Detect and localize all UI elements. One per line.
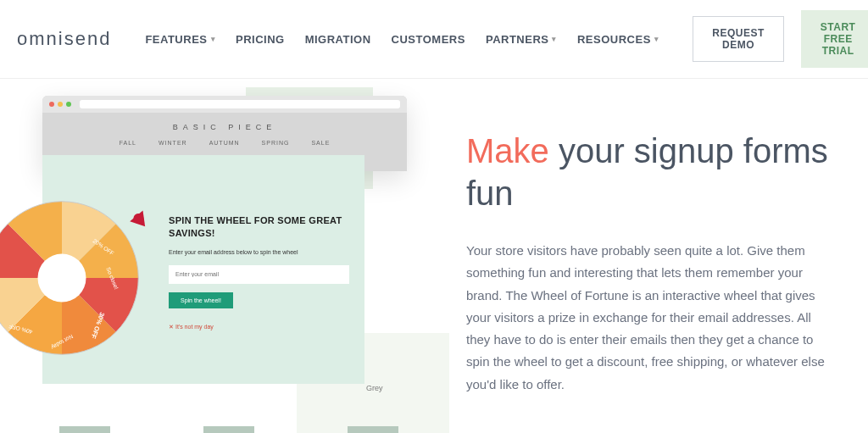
chevron-down-icon: ▾ [552, 35, 557, 43]
headline: Make your signup forms fun [466, 130, 831, 214]
hero-paragraph: Your store visitors have probably seen q… [466, 240, 831, 396]
fortune-wheel-icon: 20% OFF So close! 30% OFF Not today 40% … [0, 197, 142, 358]
top-navbar: omnisend FEATURES▾ PRICING MIGRATION CUS… [0, 0, 868, 79]
wheel-popup: 20% OFF So close! 30% OFF Not today 40% … [42, 155, 364, 384]
hero-copy: Make your signup forms fun Your store vi… [466, 87, 831, 433]
illustration: BASIC PIECE FALL WINTER AUTUMN SPRING SA… [34, 87, 424, 433]
popup-subtitle: Enter your email address below to spin t… [169, 249, 349, 255]
mock-cat: FALL [120, 140, 136, 146]
wheel-container: 20% OFF So close! 30% OFF Not today 40% … [42, 155, 165, 384]
popup-skip-link[interactable]: ✕ It's not my day [169, 324, 349, 330]
mock-brand: BASIC PIECE [42, 123, 407, 131]
chevron-down-icon: ▾ [654, 35, 659, 43]
window-close-icon [49, 102, 54, 107]
headline-accent: Make [466, 132, 549, 169]
window-min-icon [58, 102, 63, 107]
popup-email-input[interactable] [169, 265, 349, 284]
request-demo-button[interactable]: REQUEST DEMO [693, 16, 784, 62]
mock-cat: SALE [311, 140, 330, 146]
chevron-down-icon: ▾ [211, 35, 216, 43]
spin-button[interactable]: Spin the wheel! [169, 292, 233, 308]
nav-features[interactable]: FEATURES▾ [145, 33, 215, 46]
nav-resources[interactable]: RESOURCES▾ [577, 33, 659, 46]
nav-migration[interactable]: MIGRATION [305, 33, 371, 46]
mock-cta [59, 426, 110, 433]
mock-product-buttons [59, 426, 398, 433]
mock-cta [203, 426, 254, 433]
nav-partners[interactable]: PARTNERS▾ [486, 33, 557, 46]
logo[interactable]: omnisend [17, 28, 111, 50]
browser-chrome [42, 96, 407, 113]
popup-title: SPIN THE WHEEL FOR SOME GREAT SAVINGS! [169, 214, 349, 241]
svg-point-0 [38, 254, 86, 303]
nav-pricing[interactable]: PRICING [236, 33, 285, 46]
mock-categories: FALL WINTER AUTUMN SPRING SALE [42, 140, 407, 146]
nav-customers[interactable]: CUSTOMERS [392, 33, 465, 46]
mock-cta [348, 426, 398, 433]
window-max-icon [66, 102, 71, 107]
main-nav: FEATURES▾ PRICING MIGRATION CUSTOMERS PA… [145, 33, 659, 46]
mock-cat: AUTUMN [209, 140, 240, 146]
url-bar [80, 100, 400, 108]
hero-section: BASIC PIECE FALL WINTER AUTUMN SPRING SA… [0, 79, 868, 433]
mock-cat: SPRING [262, 140, 290, 146]
start-trial-button[interactable]: START FREE TRIAL [801, 10, 868, 68]
product-color-label: Grey [366, 384, 383, 392]
mock-cat: WINTER [159, 140, 187, 146]
popup-content: SPIN THE WHEEL FOR SOME GREAT SAVINGS! E… [165, 155, 364, 384]
